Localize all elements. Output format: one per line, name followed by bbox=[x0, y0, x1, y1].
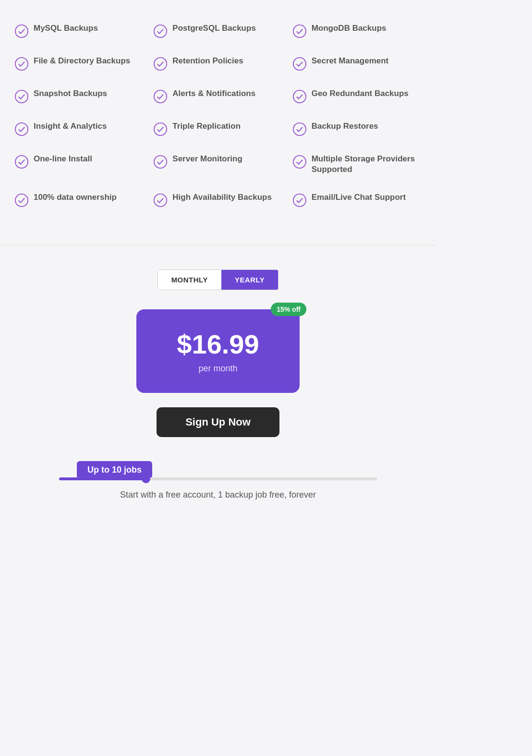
jobs-badge: Up to 10 jobs bbox=[77, 461, 152, 479]
svg-point-13 bbox=[154, 156, 167, 168]
svg-point-9 bbox=[15, 123, 28, 135]
check-icon bbox=[14, 24, 29, 38]
check-icon bbox=[153, 193, 168, 207]
feature-triple-replication: Triple Replication bbox=[148, 112, 287, 145]
slider-track[interactable] bbox=[59, 477, 377, 480]
svg-point-10 bbox=[154, 123, 167, 135]
feature-retention: Retention Policies bbox=[148, 47, 287, 80]
svg-point-7 bbox=[154, 90, 167, 103]
feature-file-directory: File & Directory Backups bbox=[10, 47, 148, 80]
check-icon bbox=[14, 89, 29, 104]
free-account-text: Start with a free account, 1 backup job … bbox=[110, 490, 326, 500]
svg-point-14 bbox=[293, 156, 306, 168]
check-icon bbox=[292, 89, 307, 104]
feature-label: 100% data ownership bbox=[34, 192, 117, 203]
price-amount: $16.99 bbox=[175, 329, 261, 360]
feature-label: Backup Restores bbox=[312, 121, 378, 132]
svg-point-6 bbox=[15, 90, 28, 103]
signup-button[interactable]: Sign Up Now bbox=[157, 407, 279, 437]
feature-label: Geo Redundant Backups bbox=[312, 88, 409, 99]
feature-label: Triple Replication bbox=[172, 121, 241, 132]
feature-one-line-install: One-line Install bbox=[10, 145, 148, 183]
feature-label: Email/Live Chat Support bbox=[312, 192, 406, 203]
feature-secret-management: Secret Management bbox=[288, 47, 426, 80]
check-icon bbox=[292, 57, 307, 71]
svg-point-3 bbox=[15, 58, 28, 70]
feature-insight: Insight & Analytics bbox=[10, 112, 148, 145]
feature-label: Server Monitoring bbox=[172, 154, 242, 164]
check-icon bbox=[153, 155, 168, 169]
feature-backup-restores: Backup Restores bbox=[288, 112, 426, 145]
svg-point-11 bbox=[293, 123, 306, 135]
check-icon bbox=[292, 122, 307, 136]
check-icon bbox=[292, 24, 307, 38]
price-card-wrapper: 15% off $16.99 per month bbox=[136, 309, 300, 393]
feature-label: PostgreSQL Backups bbox=[172, 23, 256, 34]
check-icon bbox=[14, 155, 29, 169]
feature-email-support: Email/Live Chat Support bbox=[288, 183, 426, 216]
price-period: per month bbox=[175, 364, 261, 374]
feature-multiple-storage: Multiple Storage Providers Supported bbox=[288, 145, 426, 183]
svg-point-4 bbox=[154, 58, 167, 70]
feature-geo-redundant: Geo Redundant Backups bbox=[288, 80, 426, 112]
feature-label: Retention Policies bbox=[172, 56, 243, 66]
discount-badge: 15% off bbox=[271, 303, 306, 316]
svg-point-0 bbox=[15, 25, 28, 37]
feature-label: Multiple Storage Providers Supported bbox=[312, 154, 422, 175]
feature-label: File & Directory Backups bbox=[34, 56, 130, 66]
slider-dot bbox=[142, 475, 150, 483]
check-icon bbox=[153, 122, 168, 136]
check-icon bbox=[14, 122, 29, 136]
check-icon bbox=[153, 24, 168, 38]
price-card: $16.99 per month bbox=[136, 309, 300, 393]
feature-high-availability: High Availability Backups bbox=[148, 183, 287, 216]
check-icon bbox=[292, 193, 307, 207]
section-divider bbox=[0, 245, 436, 245]
check-icon bbox=[14, 57, 29, 71]
feature-alerts: Alerts & Notifications bbox=[148, 80, 287, 112]
svg-point-12 bbox=[15, 156, 28, 168]
yearly-toggle-button[interactable]: YEARLY bbox=[221, 270, 278, 290]
svg-point-2 bbox=[293, 25, 306, 37]
slider-track-wrapper bbox=[19, 479, 417, 480]
pricing-section: MONTHLY YEARLY 15% off $16.99 per month … bbox=[0, 255, 436, 519]
feature-label: Snapshot Backups bbox=[34, 88, 107, 99]
svg-point-1 bbox=[154, 25, 167, 37]
billing-toggle: MONTHLY YEARLY bbox=[157, 269, 279, 290]
feature-label: MongoDB Backups bbox=[312, 23, 387, 34]
svg-point-17 bbox=[293, 194, 306, 207]
svg-point-5 bbox=[293, 58, 306, 70]
feature-label: Insight & Analytics bbox=[34, 121, 107, 132]
feature-server-monitoring: Server Monitoring bbox=[148, 145, 287, 183]
feature-postgresql-backups: PostgreSQL Backups bbox=[148, 14, 287, 47]
feature-mongodb-backups: MongoDB Backups bbox=[288, 14, 426, 47]
monthly-toggle-button[interactable]: MONTHLY bbox=[158, 270, 221, 290]
check-icon bbox=[153, 89, 168, 104]
feature-data-ownership: 100% data ownership bbox=[10, 183, 148, 216]
feature-label: MySQL Backups bbox=[34, 23, 98, 34]
feature-label: Secret Management bbox=[312, 56, 389, 66]
jobs-section: Up to 10 jobs Start with a free account,… bbox=[10, 461, 426, 500]
features-grid: MySQL Backups PostgreSQL Backups MongoDB… bbox=[10, 14, 426, 216]
check-icon bbox=[292, 155, 307, 169]
feature-mysql-backups: MySQL Backups bbox=[10, 14, 148, 47]
svg-point-15 bbox=[15, 194, 28, 207]
svg-point-16 bbox=[154, 194, 167, 207]
feature-label: Alerts & Notifications bbox=[172, 88, 255, 99]
feature-label: High Availability Backups bbox=[172, 192, 272, 203]
feature-snapshot: Snapshot Backups bbox=[10, 80, 148, 112]
check-icon bbox=[14, 193, 29, 207]
check-icon bbox=[153, 57, 168, 71]
svg-point-8 bbox=[293, 90, 306, 103]
features-section: MySQL Backups PostgreSQL Backups MongoDB… bbox=[0, 0, 436, 235]
feature-label: One-line Install bbox=[34, 154, 92, 164]
